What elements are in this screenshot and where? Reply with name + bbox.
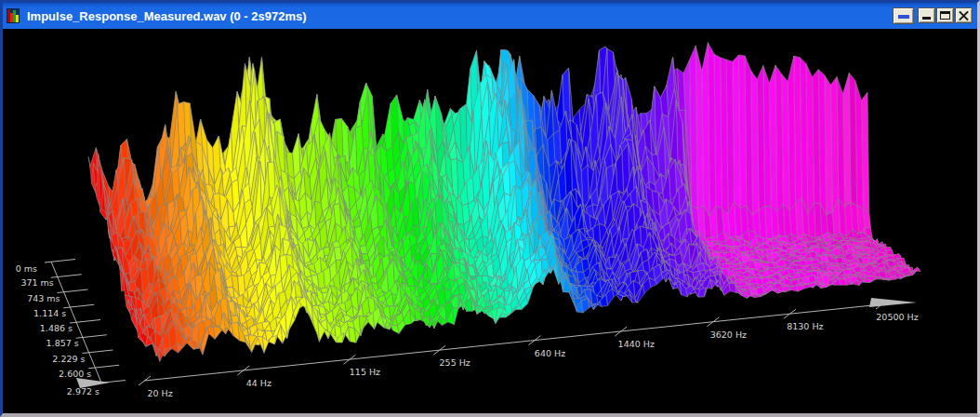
maximize-icon <box>940 11 950 20</box>
time-tick-label: 743 ms <box>27 293 60 303</box>
time-tick-label: 1.114 s <box>33 308 66 318</box>
accent-button[interactable] <box>893 7 914 24</box>
plot-client-area[interactable]: 20 Hz44 Hz115 Hz255 Hz640 Hz1440 Hz3620 … <box>3 29 977 413</box>
freq-tick-label: 20500 Hz <box>876 312 918 322</box>
freq-tick-label: 3620 Hz <box>710 330 747 340</box>
freq-tick-label: 640 Hz <box>535 348 565 358</box>
titlebar[interactable]: Impulse_Response_Measured.wav (0 - 2s972… <box>3 3 977 29</box>
time-tick-label: 2.972 s <box>67 386 99 397</box>
freq-tick-label: 255 Hz <box>440 357 470 368</box>
minimize-button[interactable] <box>918 7 935 23</box>
time-tick-label: 0 ms <box>16 263 37 274</box>
minimize-icon <box>922 17 931 20</box>
window-title: Impulse_Response_Measured.wav (0 - 2s972… <box>27 9 307 23</box>
spectrum-bars-icon <box>7 8 20 23</box>
app-window: Impulse_Response_Measured.wav (0 - 2s972… <box>0 0 980 417</box>
freq-tick-label: 8130 Hz <box>787 321 823 331</box>
close-icon <box>956 8 972 22</box>
freq-tick-label: 20 Hz <box>147 388 172 398</box>
freq-tick-label: 44 Hz <box>246 378 271 388</box>
freq-tick-label: 115 Hz <box>350 367 380 377</box>
freq-tick-label: 1440 Hz <box>618 339 655 349</box>
waterfall-chart[interactable]: 20 Hz44 Hz115 Hz255 Hz640 Hz1440 Hz3620 … <box>3 29 977 413</box>
maximize-button[interactable] <box>936 7 954 23</box>
dash-icon <box>898 15 909 19</box>
time-tick-label: 2.600 s <box>59 369 91 379</box>
time-tick-label: 2.229 s <box>52 354 85 364</box>
time-tick-label: 1.857 s <box>46 338 79 348</box>
time-tick-label: 1.486 s <box>40 323 73 333</box>
time-tick-label: 371 ms <box>20 277 53 288</box>
close-button[interactable] <box>955 7 973 23</box>
